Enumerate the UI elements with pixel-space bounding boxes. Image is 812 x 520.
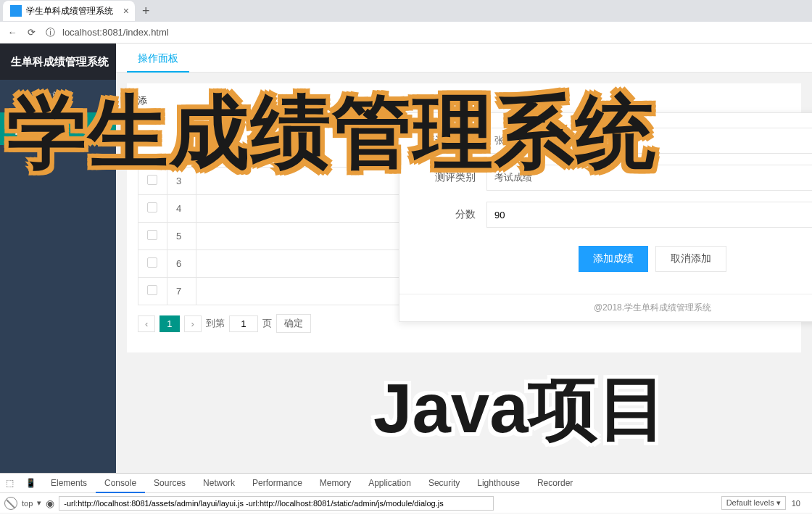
reload-icon[interactable]: ⟳: [25, 27, 38, 38]
dialog-footer: @2018.学生单科成绩管理系统: [399, 294, 812, 321]
browser-tab[interactable]: 学生单科成绩管理系统 ×: [3, 1, 135, 21]
dt-tab-application[interactable]: Application: [360, 474, 420, 493]
url-text[interactable]: localhost:8081/index.html: [62, 27, 806, 38]
score-input[interactable]: [486, 202, 812, 228]
address-bar: ← ⟳ ⓘ localhost:8081/index.html: [0, 22, 812, 44]
dt-tab-security[interactable]: Security: [420, 474, 468, 493]
row-number: 4: [167, 195, 196, 223]
log-levels-select[interactable]: Default levels ▾: [721, 496, 786, 510]
clear-console-icon[interactable]: [4, 497, 17, 510]
page-prev[interactable]: ‹: [138, 315, 155, 332]
goto-input[interactable]: [229, 315, 258, 332]
page-next[interactable]: ›: [184, 315, 202, 332]
overlay-subtitle: Java项目: [373, 363, 668, 457]
goto-confirm[interactable]: 确定: [276, 314, 311, 333]
panel-tab[interactable]: 操作面板: [127, 44, 189, 73]
page-label: 页: [262, 317, 272, 330]
dt-tab-sources[interactable]: Sources: [145, 474, 194, 493]
score-label: 分数: [414, 208, 486, 221]
row-checkbox[interactable]: [147, 202, 157, 212]
chevron-down-icon: ▾: [37, 498, 41, 508]
tab-title: 学生单科成绩管理系统: [26, 5, 113, 17]
submit-button[interactable]: 添加成绩: [579, 246, 648, 272]
devtools-panel: ⬚ 📱 Elements Console Sources Network Per…: [0, 473, 812, 520]
issues-count[interactable]: 10: [792, 499, 800, 508]
context-select[interactable]: top: [22, 499, 33, 508]
row-checkbox[interactable]: [147, 285, 157, 295]
close-icon[interactable]: ×: [123, 5, 129, 17]
dt-tab-elements[interactable]: Elements: [42, 474, 96, 493]
dt-tab-recorder[interactable]: Recorder: [529, 474, 581, 493]
new-tab-button[interactable]: +: [142, 4, 150, 19]
row-number: 5: [167, 223, 196, 250]
tab-bar: 操作面板: [116, 44, 812, 73]
app-title: 生单科成绩管理系统: [0, 44, 116, 80]
tab-favicon: [10, 5, 22, 17]
console-filter-input[interactable]: [59, 496, 494, 511]
cancel-button[interactable]: 取消添加: [655, 246, 726, 272]
row-number: 6: [167, 250, 196, 278]
dt-tab-memory[interactable]: Memory: [311, 474, 360, 493]
eye-icon[interactable]: ◉: [46, 498, 54, 509]
goto-label: 到第: [206, 317, 225, 330]
page-number[interactable]: 1: [160, 315, 179, 332]
browser-tab-bar: 学生单科成绩管理系统 × +: [0, 0, 812, 22]
row-checkbox[interactable]: [147, 257, 157, 268]
dt-tab-console[interactable]: Console: [96, 474, 145, 493]
dt-tab-lighthouse[interactable]: Lighthouse: [468, 474, 529, 493]
dt-tab-network[interactable]: Network: [194, 474, 244, 493]
overlay-title: 学生成绩管理系统: [7, 79, 657, 187]
console-toolbar: top ▾ ◉ Default levels ▾ 10: [0, 493, 812, 513]
nav-back-icon[interactable]: ←: [6, 27, 19, 38]
row-number: 7: [167, 278, 196, 305]
row-checkbox[interactable]: [147, 230, 157, 240]
device-icon[interactable]: 📱: [20, 478, 42, 488]
devtools-tabs: ⬚ 📱 Elements Console Sources Network Per…: [0, 474, 812, 493]
dt-tab-performance[interactable]: Performance: [244, 474, 311, 493]
info-icon[interactable]: ⓘ: [44, 26, 57, 39]
inspect-icon[interactable]: ⬚: [0, 478, 20, 488]
